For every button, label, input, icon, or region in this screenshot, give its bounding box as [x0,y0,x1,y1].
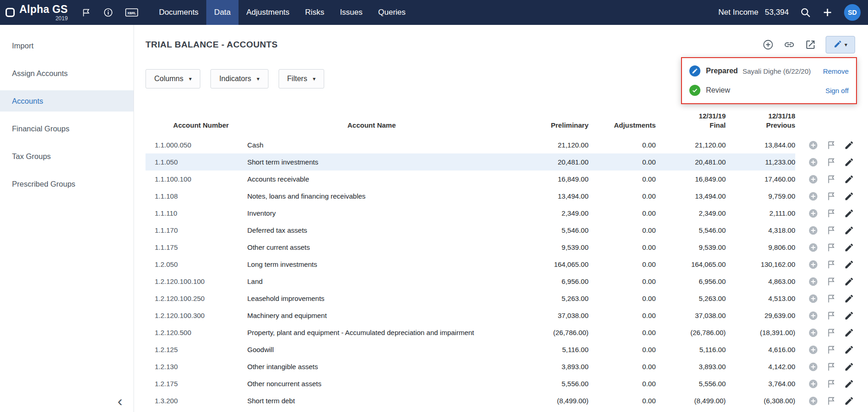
edit-pencil-icon[interactable] [844,259,854,270]
flag-icon[interactable] [826,362,836,372]
flag-icon[interactable] [826,379,836,389]
sidebar-item-tax-groups[interactable]: Tax Groups [0,146,134,167]
chevron-down-icon: ▾ [257,76,260,82]
add-circle-icon[interactable] [808,277,818,287]
flag-icon[interactable] [826,259,836,270]
flag-icon[interactable] [826,157,836,167]
table-row[interactable]: 1.2.120.100.100Land6,956.000.006,956.004… [146,273,855,290]
edit-pencil-icon[interactable] [844,396,854,406]
edit-pencil-icon[interactable] [844,225,854,235]
table-row[interactable]: 1.2.125Goodwill5,116.000.005,116.004,616… [146,341,855,358]
table-row[interactable]: 1.2.175Other noncurrent assets5,556.000.… [146,375,855,392]
edit-pencil-icon[interactable] [844,140,854,150]
collapse-sidebar-icon[interactable]: ‹ [117,394,122,408]
signoff-dropdown-button[interactable]: ▾ [826,36,855,53]
edit-pencil-icon[interactable] [844,242,854,253]
sidebar-item-accounts[interactable]: Accounts [0,90,134,112]
flag-icon[interactable] [826,396,836,406]
account-name-cell: Deferred tax assets [247,222,496,239]
nav-item-data[interactable]: Data [206,0,239,25]
link-icon[interactable] [783,39,795,51]
sidebar-item-assign-accounts[interactable]: Assign Accounts [0,63,134,84]
table-row[interactable]: 1.1.000.050Cash21,120.000.0021,120.0013,… [146,136,855,153]
add-circle-icon[interactable] [808,379,818,389]
edit-pencil-icon[interactable] [844,328,854,338]
sidebar-item-financial-groups[interactable]: Financial Groups [0,118,134,139]
flag-icon[interactable] [82,8,91,18]
add-circle-icon[interactable] [808,191,818,201]
search-icon[interactable] [800,7,811,18]
add-circle-icon[interactable] [808,396,818,406]
flag-icon[interactable] [826,311,836,321]
flag-icon[interactable] [826,294,836,304]
add-circle-icon[interactable] [808,225,818,235]
flag-icon[interactable] [826,208,836,218]
nav-item-risks[interactable]: Risks [297,0,332,25]
table-row[interactable]: 1.1.175Other current assets9,539.000.009… [146,239,855,256]
nav-item-adjustments[interactable]: Adjustments [239,0,297,25]
table-row[interactable]: 1.1.050Short term investments20,481.000.… [146,153,855,171]
edit-pencil-icon[interactable] [844,362,854,372]
add-icon[interactable] [822,7,833,18]
remove-link[interactable]: Remove [823,67,849,75]
add-circle-icon[interactable] [808,259,818,270]
edit-pencil-icon[interactable] [844,174,854,184]
flag-icon[interactable] [826,345,836,355]
add-circle-icon[interactable] [808,311,818,321]
flag-icon[interactable] [826,174,836,184]
add-circle-icon[interactable] [808,157,818,167]
column-header-previous: 12/31/18Previous [726,112,795,136]
sidebar-item-prescribed-groups[interactable]: Prescribed Groups [0,173,134,194]
info-icon[interactable] [103,7,113,18]
edit-pencil-icon[interactable] [844,191,854,201]
edit-pencil-icon[interactable] [844,157,854,167]
flag-icon[interactable] [826,140,836,150]
edit-pencil-icon[interactable] [844,277,854,287]
edit-pencil-icon[interactable] [844,311,854,321]
table-row[interactable]: 1.2.050Long term investments164,065.000.… [146,256,855,273]
flag-icon[interactable] [826,277,836,287]
table-row[interactable]: 1.3.200Short term debt(8,499.00)0.00(8,4… [146,392,855,409]
engagement-logo[interactable]: Alpha GS 2019 [19,4,68,21]
add-circle-icon[interactable] [808,362,818,372]
table-row[interactable]: 1.1.100.100Accounts receivable16,849.000… [146,171,855,188]
nav-item-documents[interactable]: Documents [151,0,206,25]
add-circle-icon[interactable] [762,39,774,51]
table-row[interactable]: 1.1.170Deferred tax assets5,546.000.005,… [146,222,855,239]
columns-dropdown-button[interactable]: Columns▾ [146,69,200,88]
add-circle-icon[interactable] [808,140,818,150]
add-circle-icon[interactable] [808,208,818,218]
topbar-right: Net Income 53,394 SD [718,4,868,21]
add-circle-icon[interactable] [808,242,818,253]
xbrl-icon[interactable]: XBRL [125,7,138,18]
flag-icon[interactable] [826,328,836,338]
table-row[interactable]: 1.2.120.100.300Machinery and equipment37… [146,307,855,324]
edit-pencil-icon[interactable] [844,379,854,389]
table-row[interactable]: 1.1.110Inventory2,349.000.002,349.002,11… [146,205,855,222]
add-circle-icon[interactable] [808,328,818,338]
add-circle-icon[interactable] [808,345,818,355]
sign-off-link[interactable]: Sign off [825,87,849,94]
flag-icon[interactable] [826,242,836,253]
table-row[interactable]: 1.2.130Other intangible assets3,893.000.… [146,358,855,375]
edit-pencil-icon[interactable] [844,345,854,355]
edit-pencil-icon[interactable] [844,208,854,218]
table-row[interactable]: 1.2.120.100.250Leasehold improvements5,2… [146,290,855,307]
filters-dropdown-button[interactable]: Filters▾ [279,69,325,88]
edit-pencil-icon[interactable] [844,294,854,304]
flag-icon[interactable] [826,191,836,201]
open-in-new-icon[interactable] [804,39,816,51]
nav-item-issues[interactable]: Issues [332,0,370,25]
sidebar-item-import[interactable]: Import [0,35,134,56]
table-row[interactable]: 1.2.120.500Property, plant and equipment… [146,324,855,341]
nav-item-queries[interactable]: Queries [370,0,414,25]
chevron-down-icon: ▾ [189,76,192,82]
add-circle-icon[interactable] [808,294,818,304]
flag-icon[interactable] [826,225,836,235]
add-circle-icon[interactable] [808,174,818,184]
table-row[interactable]: 1.1.108Notes, loans and financing receiv… [146,188,855,205]
indicators-dropdown-button[interactable]: Indicators▾ [210,69,268,88]
user-avatar[interactable]: SD [844,4,861,21]
previous-cell: 4,318.00 [726,222,795,239]
account-number-cell: 1.1.110 [146,205,247,222]
